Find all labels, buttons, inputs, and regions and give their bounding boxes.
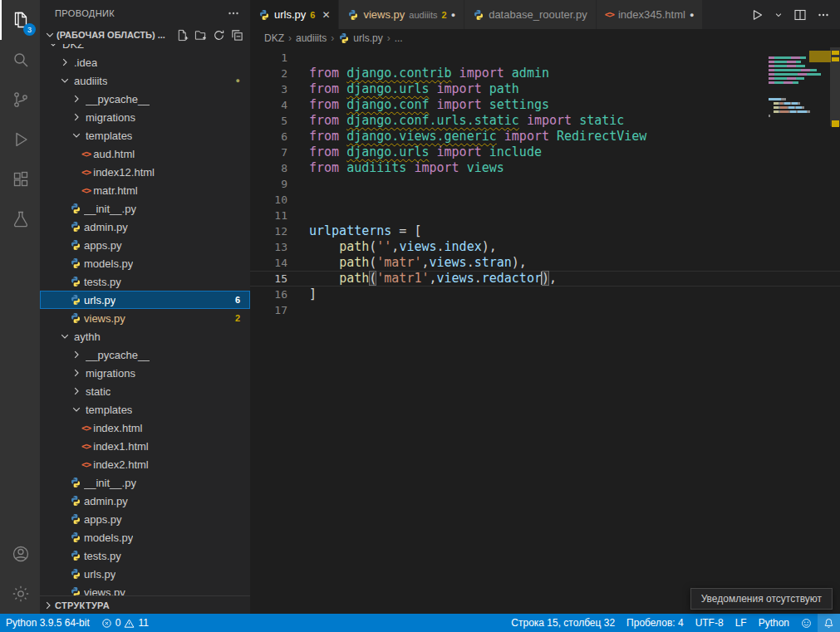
run-icon[interactable]: [750, 8, 764, 22]
notification-toast[interactable]: Уведомления отсутствуют: [690, 588, 833, 610]
tree-item-tests-py[interactable]: tests.py: [40, 272, 250, 291]
code-line-11[interactable]: 11: [250, 208, 840, 223]
split-editor-icon[interactable]: [793, 8, 807, 22]
encoding-setting[interactable]: UTF-8: [690, 614, 729, 632]
activity-item-explorer[interactable]: 3: [0, 0, 40, 40]
activity-item-settings[interactable]: [0, 574, 40, 614]
tree-item-views-py[interactable]: views.py2: [40, 309, 250, 327]
code-line-10[interactable]: 10: [250, 192, 840, 208]
tab-urls-py[interactable]: urls.py6✕: [250, 0, 339, 29]
tree-item-apps-py[interactable]: apps.py: [40, 236, 250, 254]
cursor-position[interactable]: Строка 15, столбец 32: [505, 614, 621, 632]
breadcrumb-item-audiiits[interactable]: audiiits: [296, 32, 327, 44]
eol-setting[interactable]: LF: [729, 614, 753, 632]
tree-item-init-py[interactable]: __init__.py: [40, 473, 250, 492]
editor[interactable]: 12from django.contrib import admin3from …: [250, 47, 840, 614]
close-icon[interactable]: ✕: [322, 9, 330, 21]
tree-item-urls-py[interactable]: urls.py6: [40, 291, 250, 309]
tree-item-migrations[interactable]: migrations: [40, 108, 250, 126]
dirty-dot-icon: ●: [690, 11, 694, 19]
tree-item-audiiits[interactable]: audiiits●: [40, 71, 250, 90]
tab-label: database_roouter.py: [489, 8, 587, 21]
tree-item-idea[interactable]: .idea: [40, 53, 250, 71]
more-actions-icon[interactable]: [227, 7, 240, 20]
tree-item-pycache[interactable]: __pycache__: [40, 345, 250, 364]
tab-index345-html[interactable]: <>index345.html●: [597, 0, 704, 29]
workspace-header[interactable]: (РАБОЧАЯ ОБЛАСТЬ) ...: [40, 26, 250, 44]
chevron-right-icon: [42, 599, 55, 612]
tree-item-index-html[interactable]: <>index.html: [40, 419, 250, 437]
tree-item-templates[interactable]: templates: [40, 400, 250, 419]
line-number: 3: [250, 81, 302, 97]
collapse-folders-icon[interactable]: [231, 29, 243, 42]
code-line-3[interactable]: 3from django.urls import path: [250, 81, 840, 97]
status-bar-right: Строка 15, столбец 32 Пробелов: 4 UTF-8 …: [505, 614, 840, 632]
tree-item-tests-py[interactable]: tests.py: [40, 546, 250, 565]
breadcrumb-item-dkz[interactable]: DKZ: [264, 32, 284, 44]
tree-item-aud-html[interactable]: <>aud.html: [40, 145, 250, 163]
code-line-5[interactable]: 5from django.conf.urls.static import sta…: [250, 113, 840, 129]
line-number: 14: [250, 255, 302, 271]
activity-item-source-control[interactable]: [0, 80, 40, 120]
tree-item-index12-html[interactable]: <>index12.html: [40, 163, 250, 181]
tree-item-migrations[interactable]: migrations: [40, 364, 250, 382]
tree-item-index1-html[interactable]: <>index1.html: [40, 437, 250, 455]
minimap[interactable]: [769, 52, 828, 123]
new-folder-icon[interactable]: [194, 29, 207, 42]
tree-item-label: apps.py: [84, 513, 122, 526]
tree-item-index2-html[interactable]: <>index2.html: [40, 455, 250, 473]
tree-item-models-py[interactable]: models.py: [40, 254, 250, 272]
tree-item-static[interactable]: static: [40, 382, 250, 400]
tab-views-py[interactable]: views.pyaudiiits2●: [339, 0, 464, 29]
tree-item-label: models.py: [84, 532, 133, 544]
problems-indicator[interactable]: 0 11: [96, 614, 155, 632]
activity-item-account[interactable]: [0, 534, 40, 574]
code-line-6[interactable]: 6from django.views.generic import Redire…: [250, 129, 840, 145]
activity-item-extensions[interactable]: [0, 159, 40, 199]
code-line-1[interactable]: 1: [250, 50, 840, 66]
scrollbar[interactable]: [830, 47, 840, 614]
outline-section[interactable]: СТРУКТУРА: [40, 595, 250, 614]
refresh-explorer-icon[interactable]: [213, 29, 225, 42]
code-line-7[interactable]: 7from django.urls import include: [250, 145, 840, 160]
tree-item-views-py[interactable]: views.py: [40, 583, 250, 595]
code-line-4[interactable]: 4from django.conf import settings: [250, 97, 840, 113]
tree-item-matr-html[interactable]: <>matr.html: [40, 181, 250, 199]
new-file-icon[interactable]: [176, 29, 189, 42]
tree-item-admin-py[interactable]: admin.py: [40, 218, 250, 236]
notifications-bell[interactable]: [818, 614, 840, 632]
code-line-16[interactable]: 16]: [250, 287, 840, 302]
chevron-right-icon: [70, 348, 83, 361]
tree-item-label: templates: [86, 404, 132, 416]
activity-item-search[interactable]: [0, 40, 40, 80]
tree-item-urls-py[interactable]: urls.py: [40, 565, 250, 583]
python-interpreter[interactable]: Python 3.9.5 64-bit: [0, 614, 96, 632]
breadcrumb-item-urls-py[interactable]: urls.py: [338, 32, 382, 44]
indentation-setting[interactable]: Пробелов: 4: [621, 614, 690, 632]
code-line-9[interactable]: 9: [250, 176, 840, 192]
tree-item-templates[interactable]: templates: [40, 126, 250, 145]
tree-item-aythh[interactable]: aythh: [40, 327, 250, 345]
tree-item-dkz[interactable]: DKZ: [40, 44, 250, 53]
tree-item-models-py[interactable]: models.py: [40, 528, 250, 546]
tree-item-apps-py[interactable]: apps.py: [40, 510, 250, 528]
activity-item-run-debug[interactable]: [0, 120, 40, 159]
code-line-13[interactable]: 13 path('',views.index),: [250, 239, 840, 255]
code-line-15[interactable]: 15 path('matr1',views.redactor),: [250, 271, 840, 287]
tab-database-roouter-py[interactable]: database_roouter.py: [464, 0, 597, 29]
tree-item-label: __pycache__: [86, 93, 150, 105]
code-line-12[interactable]: 12urlpatterns = [: [250, 223, 840, 239]
language-mode[interactable]: Python: [753, 614, 795, 632]
activity-item-testing[interactable]: [0, 199, 40, 239]
code-line-14[interactable]: 14 path('matr',views.stran),: [250, 255, 840, 271]
tree-item-pycache[interactable]: __pycache__: [40, 90, 250, 108]
code-line-8[interactable]: 8from audiiits import views: [250, 160, 840, 176]
code-line-2[interactable]: 2from django.contrib import admin: [250, 66, 840, 81]
run-dropdown-icon[interactable]: [774, 10, 784, 20]
breadcrumb-item-item[interactable]: ...: [395, 32, 403, 44]
more-actions-icon[interactable]: [817, 8, 830, 22]
tree-item-init-py[interactable]: __init__.py: [40, 199, 250, 218]
tree-item-admin-py[interactable]: admin.py: [40, 492, 250, 510]
feedback-button[interactable]: [795, 614, 818, 632]
code-line-17[interactable]: 17: [250, 302, 840, 318]
